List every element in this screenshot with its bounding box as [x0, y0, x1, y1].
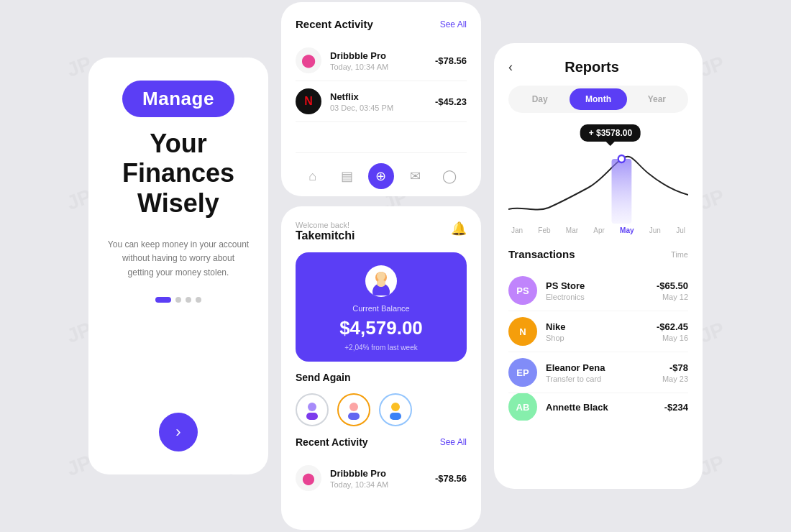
welcome-header: Welcome back! Takemitchi 🔔: [296, 221, 467, 242]
report-tx-row: PS PS Store Electronics -$65.50 May 12: [508, 270, 688, 311]
tab-day[interactable]: Day: [511, 88, 568, 110]
balance-label: Current Balance: [352, 304, 410, 313]
transaction-row: ⬤ Dribbble Pro Today, 10:34 AM -$78.56: [296, 40, 467, 81]
send-again-row: [296, 393, 467, 426]
month-may: May: [620, 226, 634, 234]
month-apr: Apr: [593, 226, 605, 234]
send-avatar-2[interactable]: [337, 393, 370, 426]
svg-point-11: [618, 155, 625, 162]
month-feb: Feb: [538, 226, 550, 234]
netflix-icon: N: [296, 88, 321, 114]
tx-amount: -$45.23: [435, 96, 467, 107]
nav-wallet[interactable]: ▤: [334, 163, 360, 189]
welcome-name: Takemitchi: [296, 229, 355, 242]
report-tx-row-annette: AB Annette Black -$234: [508, 393, 688, 421]
eleanor-avatar: EP: [508, 358, 537, 387]
svg-rect-9: [390, 413, 401, 420]
balance-card: Current Balance $4,579.00 +2,04% from la…: [296, 252, 467, 362]
month-jan: Jan: [511, 226, 523, 234]
period-tabs: Day Month Year: [508, 86, 688, 113]
user-avatar: [365, 265, 397, 297]
tab-year[interactable]: Year: [628, 88, 685, 110]
svg-point-6: [349, 403, 358, 411]
balance-change: +2,04% from last week: [344, 344, 417, 352]
finance-activity-header: Recent Activity See All: [296, 436, 467, 448]
card-finance: Welcome back! Takemitchi 🔔 Current Balan…: [281, 206, 481, 530]
welcome-text: Welcome back!: [296, 221, 355, 229]
svg-rect-7: [348, 413, 360, 420]
nike-avatar: N: [508, 317, 537, 346]
finance-tx-amount: -$78.56: [435, 473, 467, 484]
nav-add[interactable]: ⊕: [368, 163, 394, 189]
see-all-finance[interactable]: See All: [440, 437, 467, 447]
card-manage: Manage Your Finances Wisely You can keep…: [88, 58, 268, 474]
send-again-title: Send Again: [296, 372, 467, 383]
manage-subtitle: You can keep money in your accountwithou…: [108, 238, 249, 280]
tx-info: Dribbble Pro Today, 10:34 AM: [330, 50, 426, 71]
month-jul: Jul: [676, 226, 685, 234]
dot-2[interactable]: [186, 297, 191, 303]
transactions-list: PS PS Store Electronics -$65.50 May 12 N…: [508, 270, 688, 421]
card-activity-top: Recent Activity See All ⬤ Dribbble Pro T…: [281, 2, 481, 196]
transactions-header: Transactions Time: [508, 248, 688, 260]
next-button[interactable]: ›: [159, 413, 198, 451]
card-reports: ‹ Reports Day Month Year + $3578.00: [494, 43, 703, 489]
chart-tooltip: + $3578.00: [580, 124, 641, 142]
dribbble-icon: ⬤: [296, 47, 321, 73]
transactions-title: Transactions: [508, 248, 575, 260]
dot-3[interactable]: [196, 297, 201, 303]
dot-active[interactable]: [155, 297, 171, 303]
svg-point-2: [377, 272, 385, 280]
bottom-nav: ⌂ ▤ ⊕ ✉ ◯: [296, 152, 467, 196]
svg-point-8: [391, 403, 400, 411]
recent-activity-title: Recent Activity: [296, 436, 368, 448]
svg-rect-3: [377, 280, 385, 287]
activity-header: Recent Activity See All: [296, 18, 467, 30]
activity-title: Recent Activity: [296, 18, 373, 30]
bell-icon[interactable]: 🔔: [451, 221, 467, 237]
nav-mail[interactable]: ✉: [403, 163, 429, 189]
reports-title: Reports: [520, 59, 664, 75]
balance-amount: $4,579.00: [339, 317, 423, 339]
annette-avatar: AB: [508, 393, 537, 421]
report-tx-row-eleanor: EP Eleanor Pena Transfer to card -$78 Ma…: [508, 352, 688, 393]
chart-month-labels: Jan Feb Mar Apr May Jun Jul: [508, 226, 688, 234]
nav-home[interactable]: ⌂: [300, 163, 326, 189]
transactions-time-label: Time: [671, 250, 688, 259]
transaction-row: N Netflix 03 Dec, 03:45 PM -$45.23: [296, 81, 467, 122]
dot-1[interactable]: [175, 297, 181, 303]
finance-tx-row: ⬤ Dribbble Pro Today, 10:34 AM -$78.56: [296, 458, 467, 498]
nav-profile[interactable]: ◯: [436, 163, 462, 189]
tx-amount: -$78.56: [435, 55, 467, 66]
month-mar: Mar: [566, 226, 578, 234]
month-jun: Jun: [649, 226, 661, 234]
svg-point-4: [308, 403, 316, 411]
manage-badge: Manage: [122, 81, 234, 117]
chart-area: + $3578.00 Jan Feb Mar Apr May Jun: [508, 123, 688, 238]
chart-svg: [508, 145, 688, 224]
svg-rect-5: [306, 413, 318, 420]
send-avatar-1[interactable]: [296, 393, 329, 426]
middle-column: Recent Activity See All ⬤ Dribbble Pro T…: [281, 2, 481, 530]
reports-header: ‹ Reports: [508, 59, 688, 75]
svg-rect-10: [612, 159, 632, 224]
tx-info: Netflix 03 Dec, 03:45 PM: [330, 91, 426, 112]
ps-store-avatar: PS: [508, 276, 537, 305]
send-avatar-3[interactable]: [379, 393, 412, 426]
finance-dribbble-icon: ⬤: [296, 465, 321, 491]
see-all-link[interactable]: See All: [440, 19, 467, 29]
pagination-dots: [155, 297, 201, 303]
back-button[interactable]: ‹: [508, 60, 513, 75]
tab-month[interactable]: Month: [570, 88, 626, 110]
report-tx-row: N Nike Shop -$62.45 May 16: [508, 311, 688, 352]
manage-title: Your Finances Wisely: [122, 129, 234, 218]
